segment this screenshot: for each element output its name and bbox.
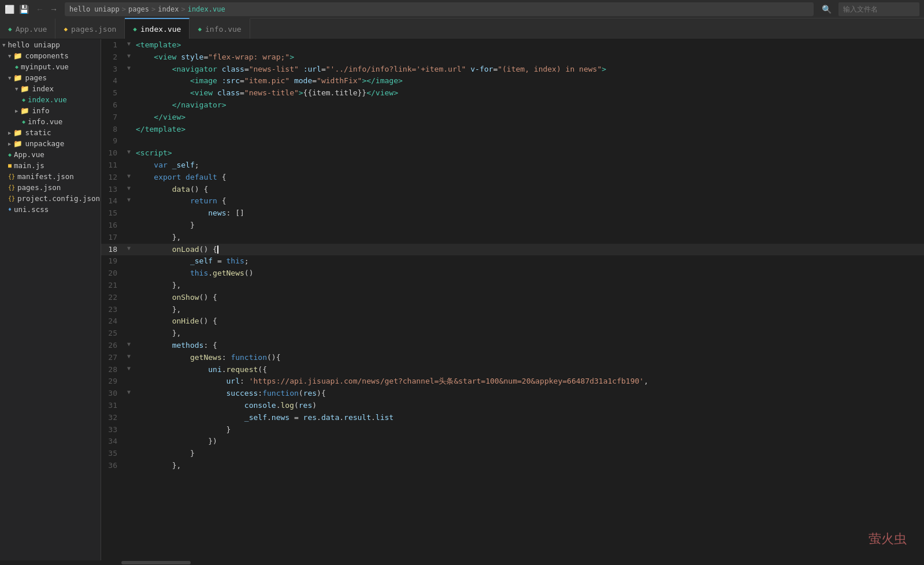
table-row: 9	[101, 135, 924, 147]
folder-icon-unpackage: 📁	[13, 139, 23, 148]
title-bar: ⬜ 💾 ← → hello uniapp > pages > index > i…	[0, 0, 924, 18]
table-row: 27 ▼ getNews: function(){	[101, 352, 924, 364]
line-number: 18	[101, 244, 124, 256]
sidebar-item-manifest[interactable]: {} manifest.json	[0, 171, 101, 182]
sidebar-label-unpackage: unpackage	[25, 139, 64, 148]
sidebar-item-myinput[interactable]: ◆ myinput.vue	[0, 61, 101, 72]
breadcrumb-pages[interactable]: pages	[128, 5, 149, 13]
table-row: 5 <view class="news-title">{{item.title}…	[101, 87, 924, 99]
code-line: uni.request({	[133, 364, 924, 376]
table-row: 29 url: 'https://api.jisuapi.com/news/ge…	[101, 376, 924, 388]
sidebar-item-main-js[interactable]: ■ main.js	[0, 160, 101, 171]
hscroll-thumb[interactable]	[121, 561, 191, 564]
sidebar-item-info-folder[interactable]: ▶ 📁 info	[0, 105, 101, 116]
table-row: 33 }	[101, 424, 924, 436]
table-row: 11 var _self;	[101, 159, 924, 172]
code-line: success:function(res){	[133, 388, 924, 400]
table-row: 22 onShow() {	[101, 292, 924, 304]
fold-gutter: ▼	[124, 364, 133, 376]
tab-label-info-vue: info.vue	[205, 25, 242, 34]
code-line: <script>	[133, 147, 924, 159]
sidebar-item-unpackage[interactable]: ▶ 📁 unpackage	[0, 138, 101, 149]
code-line: _self.news = res.data.result.list	[133, 412, 924, 424]
file-search-input[interactable]	[838, 2, 919, 16]
hscroll-bar[interactable]	[0, 560, 924, 565]
tab-index-vue[interactable]: ◆ index.vue	[125, 18, 190, 39]
back-button[interactable]: ←	[34, 3, 46, 15]
sidebar-item-index-vue[interactable]: ◆ index.vue	[0, 94, 101, 105]
line-number: 20	[101, 267, 124, 280]
line-number: 4	[101, 75, 124, 87]
sidebar-item-pages-json[interactable]: {} pages.json	[0, 182, 101, 193]
sidebar-item-index-folder[interactable]: ▼ 📁 index	[0, 83, 101, 94]
folder-icon-index: 📁	[20, 84, 29, 93]
sidebar-item-pages[interactable]: ▼ 📁 pages	[0, 72, 101, 83]
fold-gutter	[124, 255, 133, 267]
sidebar-root[interactable]: ▼ hello uniapp	[0, 39, 101, 50]
code-line: return {	[133, 195, 924, 207]
fold-gutter	[124, 280, 133, 292]
save-icon[interactable]: 💾	[19, 5, 29, 14]
table-row: 31 console.log(res)	[101, 400, 924, 412]
table-row: 25 },	[101, 328, 924, 340]
table-row: 3 ▼ <navigator class="news-list" :url="'…	[101, 64, 924, 76]
fold-gutter	[124, 207, 133, 220]
forward-button[interactable]: →	[47, 3, 60, 15]
fold-gutter	[124, 267, 133, 280]
sidebar-label-pages-json: pages.json	[17, 183, 61, 192]
sidebar-label-index-folder: index	[32, 84, 54, 93]
fold-gutter: ▼	[124, 340, 133, 352]
sidebar-label-main-js: main.js	[14, 161, 44, 170]
line-number: 26	[101, 340, 124, 352]
table-row: 20 this.getNews()	[101, 267, 924, 280]
table-row: 35 }	[101, 448, 924, 460]
chevron-right-icon-unpackage: ▶	[8, 141, 11, 147]
sidebar-item-info-vue[interactable]: ◆ info.vue	[0, 116, 101, 127]
code-line: },	[133, 232, 924, 244]
table-row: 12 ▼ export default {	[101, 172, 924, 184]
tab-app-vue[interactable]: ◆ App.vue	[0, 18, 55, 39]
folder-icon-components: 📁	[13, 51, 23, 60]
code-line: })	[133, 436, 924, 448]
table-row: 7 </view>	[101, 111, 924, 124]
code-line: }	[133, 424, 924, 436]
chevron-right-icon-info: ▶	[15, 108, 18, 114]
line-number: 22	[101, 292, 124, 304]
table-row: 15 news: []	[101, 207, 924, 220]
code-line: _self = this;	[133, 255, 924, 267]
css-file-icon: ♦	[8, 206, 12, 213]
search-icon[interactable]: 🔍	[818, 3, 835, 15]
sidebar-label-uni-scss: uni.scss	[14, 205, 49, 214]
line-number: 9	[101, 135, 124, 147]
line-number: 12	[101, 172, 124, 184]
sidebar-label-project-config: project.config.json	[17, 194, 100, 203]
json-file-icon-manifest: {}	[8, 173, 15, 180]
fold-gutter: ▼	[124, 172, 133, 184]
line-number: 24	[101, 315, 124, 328]
line-number: 30	[101, 388, 124, 400]
table-row: 21 },	[101, 280, 924, 292]
line-number: 19	[101, 255, 124, 267]
sidebar-item-components[interactable]: ▼ 📁 components	[0, 50, 101, 61]
sidebar-item-project-config[interactable]: {} project.config.json	[0, 193, 101, 204]
fold-gutter: ▼	[124, 244, 133, 256]
tab-info-vue[interactable]: ◆ info.vue	[190, 18, 250, 39]
sidebar-item-static[interactable]: ▶ 📁 static	[0, 127, 101, 138]
code-editor[interactable]: 1 ▼ <template> 2 ▼ <view style="flex-wra…	[101, 39, 924, 560]
code-table: 1 ▼ <template> 2 ▼ <view style="flex-wra…	[101, 39, 924, 472]
breadcrumb-root[interactable]: hello uniapp	[69, 5, 120, 13]
code-line: data() {	[133, 184, 924, 196]
chevron-right-icon-static: ▶	[8, 130, 11, 136]
fold-gutter	[124, 232, 133, 244]
breadcrumb-index[interactable]: index	[158, 5, 179, 13]
line-number: 16	[101, 220, 124, 232]
sidebar-label-static: static	[25, 128, 51, 137]
table-row: 18 ▼ onLoad() {	[101, 244, 924, 256]
vue-file-icon-index: ◆	[22, 96, 25, 103]
fold-gutter	[124, 111, 133, 124]
sidebar-item-app-vue[interactable]: ◆ App.vue	[0, 149, 101, 160]
code-line: this.getNews()	[133, 267, 924, 280]
sidebar-item-uni-scss[interactable]: ♦ uni.scss	[0, 204, 101, 215]
tab-pages-json[interactable]: ◆ pages.json	[55, 18, 125, 39]
fold-gutter	[124, 292, 133, 304]
